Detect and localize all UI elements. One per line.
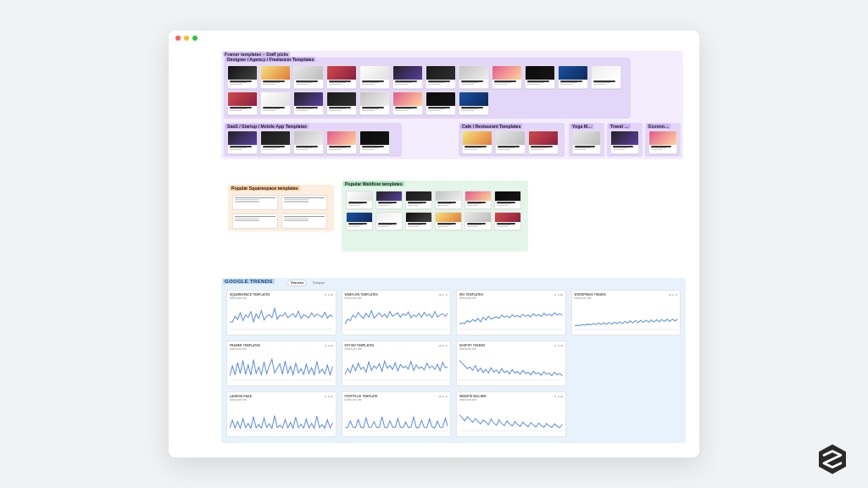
group-label: Travel … [609,124,631,129]
panel-title: LANDING PAGE [230,395,252,398]
template-card[interactable] [359,65,390,89]
panel-title: WIX TEMPLATES [459,293,483,297]
panel-title: WEBFLOW TEMPLATES [345,293,378,297]
template-card[interactable] [648,130,677,154]
trends-panel[interactable]: WEBFLOW TEMPLATESInterest over time [342,290,452,336]
trends-panel[interactable]: PORTFOLIO TEMPLATEInterest over time [342,391,452,437]
group-saas[interactable]: SaaS / Startup / Mobile App Templates [224,123,402,157]
panel-subtitle: Interest over time [230,348,333,351]
template-card[interactable] [426,92,456,115]
trends-tabs: Overview Compare [287,280,327,286]
template-card[interactable] [232,214,278,229]
template-card[interactable] [405,191,432,209]
template-card[interactable] [558,65,588,89]
template-card[interactable] [610,130,639,154]
template-card[interactable] [459,92,489,115]
panel-controls[interactable] [669,294,677,296]
template-card[interactable] [572,130,601,154]
panel-title: WORDPRESS THEMES [575,293,606,297]
panel-title: NOTION TEMPLATES [345,344,375,347]
template-card[interactable] [495,130,526,154]
panel-title: WEBSITE BUILDER [459,395,487,398]
template-card[interactable] [260,130,291,154]
template-card[interactable] [346,191,373,209]
canvas[interactable]: Framer templates – Staff picks Designer … [179,49,689,447]
template-card[interactable] [459,65,489,89]
template-card[interactable] [346,212,373,230]
template-card[interactable] [492,65,522,89]
panel-controls[interactable] [439,345,448,347]
tab-overview[interactable]: Overview [287,280,307,286]
panel-controls[interactable] [325,345,333,347]
template-card[interactable] [494,191,521,209]
group-label: Popular Webflow templates [343,181,404,186]
template-card[interactable] [326,92,357,115]
template-card[interactable] [392,65,423,89]
template-card[interactable] [281,214,327,229]
trends-panel[interactable]: LANDING PAGEInterest over time [226,391,337,437]
trends-panel[interactable]: SHOPIFY THEMESInterest over time [456,341,566,386]
trends-panel[interactable]: FRAMER TEMPLATESInterest over time [226,341,337,386]
template-card[interactable] [326,130,357,154]
template-card[interactable] [462,130,492,154]
template-card[interactable] [227,130,258,154]
group-travel[interactable]: Travel … [607,123,643,157]
window-close-icon[interactable] [175,36,181,41]
brand-logo-icon [815,442,849,476]
template-card[interactable] [435,212,462,230]
panel-controls[interactable] [554,396,563,397]
trends-panel[interactable]: WORDPRESS THEMESInterest over time [571,290,682,336]
window-zoom-icon[interactable] [192,36,198,41]
panel-controls[interactable] [439,294,448,296]
template-card[interactable] [392,92,423,115]
group-google-trends[interactable]: GOOGLE TRENDS Overview Compare SQUARESPA… [221,278,686,443]
panel-subtitle: Interest over time [345,297,448,300]
group-ecom[interactable]: Ecomm… [645,123,681,157]
panel-subtitle: Interest over time [459,297,563,300]
trends-panel[interactable]: WEBSITE BUILDERInterest over time [456,391,566,437]
template-card[interactable] [281,195,327,210]
trends-panel[interactable]: NOTION TEMPLATESInterest over time [342,341,452,386]
template-card[interactable] [359,130,390,154]
panel-controls[interactable] [439,396,448,397]
template-card[interactable] [359,92,390,115]
template-card[interactable] [405,212,432,230]
group-yoga[interactable]: Yoga M… [569,123,604,157]
group-label: SaaS / Startup / Mobile App Templates [225,124,309,129]
window-minimize-icon[interactable] [184,36,189,41]
template-card[interactable] [260,65,291,89]
template-card[interactable] [426,65,456,89]
template-card[interactable] [260,92,291,115]
template-card[interactable] [465,191,492,209]
template-card[interactable] [376,191,403,209]
panel-subtitle: Interest over time [345,399,448,402]
panel-controls[interactable] [554,294,563,296]
template-card[interactable] [232,195,278,210]
app-window: Framer templates – Staff picks Designer … [169,30,699,458]
panel-controls[interactable] [554,345,563,347]
template-card[interactable] [528,130,559,154]
template-card[interactable] [293,92,324,115]
template-card[interactable] [494,212,521,230]
template-card[interactable] [525,65,555,89]
group-squarespace[interactable]: Popular Squarespace templates [228,185,334,231]
panel-controls[interactable] [325,396,333,397]
trends-panel[interactable]: WIX TEMPLATESInterest over time [456,290,566,336]
template-card[interactable] [435,191,462,209]
template-card[interactable] [591,65,621,89]
group-cafe[interactable]: Cafe / Restaurant Templates [459,123,565,157]
group-webflow[interactable]: Popular Webflow templates [342,180,528,252]
group-framer-staff-picks[interactable]: Framer templates – Staff picks Designer … [221,51,683,159]
group-designer-agency[interactable]: Designer / Agency / Freelancer Templates [224,58,631,119]
panel-subtitle: Interest over time [575,297,678,300]
template-card[interactable] [293,65,324,89]
trends-panel[interactable]: SQUARESPACE TEMPLATESInterest over time [226,290,337,336]
template-card[interactable] [227,65,258,89]
template-card[interactable] [227,92,258,115]
template-card[interactable] [465,212,492,230]
template-card[interactable] [326,65,357,89]
panel-controls[interactable] [325,294,333,296]
template-card[interactable] [376,212,403,230]
tab-compare[interactable]: Compare [310,280,327,286]
template-card[interactable] [293,130,324,154]
